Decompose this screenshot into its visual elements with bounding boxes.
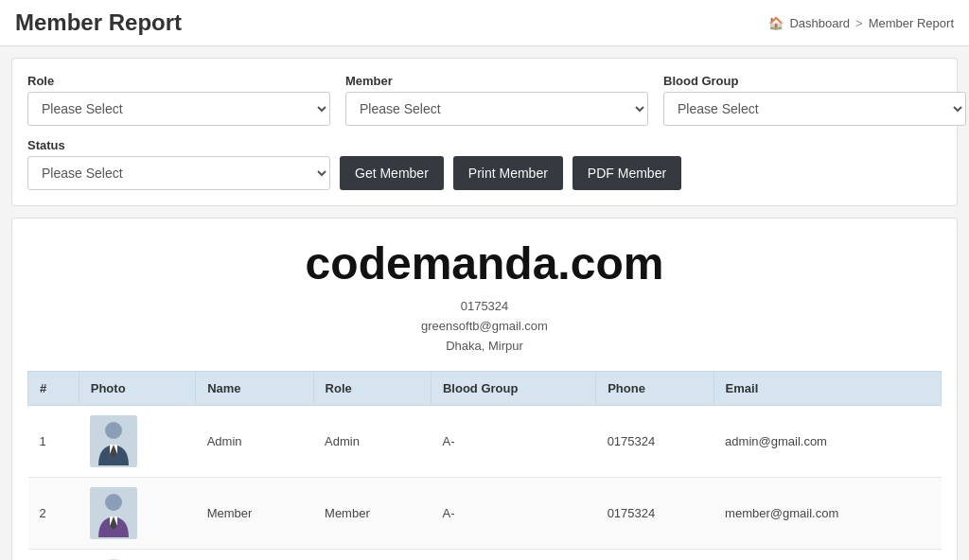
table-row: 3 Librarian Librarian B- 0175324 librari… (28, 550, 942, 560)
breadcrumb-dashboard[interactable]: Dashboard (789, 16, 850, 30)
blood-group-label: Blood Group (663, 74, 966, 88)
cell-blood-group: A- (431, 406, 595, 478)
filter-row-1: Role Please Select Admin Member Libraria… (27, 74, 942, 126)
col-phone: Phone (596, 372, 714, 406)
col-name: Name (196, 372, 313, 406)
avatar (90, 487, 137, 539)
cell-blood-group: A- (431, 478, 595, 550)
role-label: Role (27, 74, 330, 88)
cell-id: 2 (28, 478, 79, 550)
cell-id: 3 (28, 550, 79, 560)
cell-name: Librarian (196, 550, 313, 560)
status-label: Status (27, 138, 330, 152)
cell-blood-group: B- (431, 550, 595, 560)
role-select[interactable]: Please Select Admin Member Librarian (27, 92, 330, 126)
cell-role: Librarian (313, 550, 431, 560)
site-address: Dhaka, Mirpur (27, 337, 942, 357)
status-filter-group: Status Please Select Active Inactive (27, 138, 330, 190)
site-email: greensoftb@gmail.com (27, 317, 942, 337)
cell-email: librarian@gmail.com (714, 550, 941, 560)
col-email: Email (714, 372, 941, 406)
col-role: Role (313, 372, 431, 406)
blood-group-select[interactable]: Please Select A+ A- B+ B- AB+ AB- O+ O- (663, 92, 966, 126)
col-hash: # (28, 372, 79, 406)
breadcrumb-separator: > (855, 16, 863, 30)
site-name: codemanda.com (27, 237, 942, 289)
cell-role: Member (313, 478, 431, 550)
site-info: 0175324 greensoftb@gmail.com Dhaka, Mirp… (27, 297, 942, 356)
site-phone: 0175324 (27, 297, 942, 317)
svg-point-0 (105, 422, 122, 439)
members-table: # Photo Name Role Blood Group Phone Emai… (27, 371, 942, 560)
table-row: 1 Admin Admin A- 0175324 admin@gmail.com (28, 406, 942, 478)
cell-phone: 0175324 (596, 550, 714, 560)
svg-point-3 (105, 494, 122, 511)
page-title: Member Report (15, 9, 182, 36)
cell-role: Admin (313, 406, 431, 478)
breadcrumb: 🏠 Dashboard > Member Report (768, 16, 954, 30)
member-label: Member (345, 74, 648, 88)
col-blood-group: Blood Group (431, 372, 595, 406)
member-filter-group: Member Please Select Admin Member Librar… (345, 74, 648, 126)
col-photo: Photo (79, 372, 195, 406)
cell-photo (79, 406, 195, 478)
cell-phone: 0175324 (596, 406, 714, 478)
top-header: Member Report 🏠 Dashboard > Member Repor… (0, 0, 969, 46)
filter-panel: Role Please Select Admin Member Libraria… (11, 58, 958, 206)
status-select[interactable]: Please Select Active Inactive (27, 156, 330, 190)
cell-email: admin@gmail.com (714, 406, 941, 478)
cell-photo (79, 550, 195, 560)
blood-group-filter-group: Blood Group Please Select A+ A- B+ B- AB… (663, 74, 966, 126)
cell-photo (79, 478, 195, 550)
table-row: 2 Member Member A- 0175324 member@gmail.… (28, 478, 942, 550)
cell-email: member@gmail.com (714, 478, 941, 550)
avatar (90, 415, 137, 467)
cell-id: 1 (28, 406, 79, 478)
cell-name: Member (196, 478, 313, 550)
print-member-button[interactable]: Print Member (453, 156, 563, 190)
cell-name: Admin (196, 406, 313, 478)
table-header-row: # Photo Name Role Blood Group Phone Emai… (28, 372, 942, 406)
member-select[interactable]: Please Select Admin Member Librarian (345, 92, 648, 126)
cell-phone: 0175324 (596, 478, 714, 550)
pdf-member-button[interactable]: PDF Member (573, 156, 681, 190)
breadcrumb-current: Member Report (869, 16, 954, 30)
action-row: Status Please Select Active Inactive Get… (27, 137, 942, 190)
role-filter-group: Role Please Select Admin Member Libraria… (27, 74, 330, 126)
main-content: codemanda.com 0175324 greensoftb@gmail.c… (11, 218, 958, 560)
get-member-button[interactable]: Get Member (340, 156, 444, 190)
home-icon: 🏠 (768, 16, 784, 30)
